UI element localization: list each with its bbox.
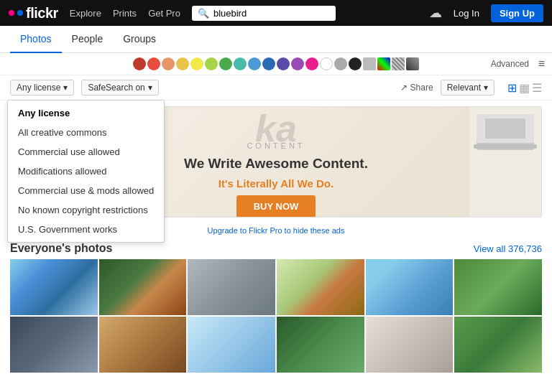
color-swatch-green[interactable] — [219, 57, 232, 70]
color-swatch-blue[interactable] — [262, 57, 275, 70]
view-icons: ⊞ ▦ ☰ — [507, 81, 542, 95]
photo-thumb-12[interactable] — [454, 317, 542, 373]
photo-thumb-2[interactable] — [99, 259, 187, 315]
ad-banner-right — [469, 107, 541, 217]
dropdown-item-any-license[interactable]: Any license — [8, 103, 164, 123]
tab-people[interactable]: People — [62, 26, 114, 53]
color-swatch-orange[interactable] — [176, 57, 189, 70]
relevant-sort-button[interactable]: Relevant ▾ — [441, 80, 494, 95]
nav-explore[interactable]: Explore — [70, 8, 101, 19]
view-all-link[interactable]: View all 376,736 — [474, 243, 542, 254]
photo-thumb-9[interactable] — [188, 317, 275, 373]
advanced-button[interactable]: Advanced — [491, 59, 529, 69]
justified-view-icon[interactable]: ▦ — [519, 81, 530, 95]
laptop-image — [477, 114, 534, 150]
photo-thumb-4[interactable] — [277, 259, 364, 315]
dropdown-item-us-government[interactable]: U.S. Government works — [8, 220, 164, 239]
color-swatch-gray[interactable] — [334, 57, 347, 70]
license-filter-button[interactable]: Any license ▾ — [10, 80, 74, 95]
color-swatch-yellow-green[interactable] — [205, 57, 218, 70]
photo-thumb-8[interactable] — [99, 317, 187, 373]
share-icon: ↗ — [400, 83, 408, 93]
color-swatch-gradient[interactable] — [406, 57, 419, 70]
logo: flickr — [9, 5, 58, 22]
license-caret-icon: ▾ — [63, 83, 68, 93]
ad-title: We Write Awesome Content. — [184, 156, 368, 172]
colors-bar: Advanced ≡ — [0, 53, 552, 75]
photos-grid — [10, 259, 542, 373]
ad-subtitle: It's Literally All We Do. — [218, 177, 334, 190]
ad-cta-button[interactable]: BUY NOW — [236, 195, 316, 218]
login-button[interactable]: Log In — [454, 8, 479, 19]
relevant-label: Relevant — [447, 83, 481, 93]
color-swatch-red[interactable] — [147, 57, 160, 70]
dropdown-item-no-copyright[interactable]: No known copyright restrictions — [8, 200, 164, 220]
ad-hide-text: to hide these ads — [282, 226, 345, 235]
photo-thumb-11[interactable] — [366, 317, 454, 373]
ad-upgrade-text: Upgrade to — [208, 226, 249, 235]
color-swatch-blue-light[interactable] — [248, 57, 261, 70]
color-swatch-gray-light[interactable] — [363, 57, 376, 70]
logo-dot-blue — [17, 10, 23, 16]
color-swatch-black[interactable] — [349, 57, 362, 70]
color-swatch-multi[interactable] — [377, 57, 390, 70]
search-bar: 🔍 — [192, 6, 336, 21]
share-button[interactable]: ↗ Share — [400, 83, 433, 93]
color-swatch-purple[interactable] — [277, 57, 290, 70]
grid-layout-icon[interactable]: ≡ — [538, 57, 545, 70]
tab-groups[interactable]: Groups — [113, 26, 166, 53]
list-view-icon[interactable]: ☰ — [532, 81, 542, 95]
filter-bar: Any license ▾ SafeSearch on ▾ ↗ Share Re… — [0, 75, 552, 101]
nav-get-pro[interactable]: Get Pro — [148, 8, 180, 19]
dropdown-item-modifications[interactable]: Modifications allowed — [8, 162, 164, 181]
signup-button[interactable]: Sign Up — [491, 4, 543, 22]
photo-thumb-1[interactable] — [10, 259, 98, 315]
color-swatch-salmon[interactable] — [162, 57, 175, 70]
color-swatch-white[interactable] — [320, 57, 333, 70]
section-header: Everyone's photos View all 376,736 — [10, 242, 542, 255]
license-filter-label: Any license — [17, 83, 60, 93]
ad-brand-subtitle: CONTENT — [247, 141, 305, 150]
logo-dot-pink — [9, 10, 14, 16]
photos-section: Everyone's photos View all 376,736 — [0, 239, 552, 373]
view-all-prefix: View all — [474, 243, 508, 254]
photo-thumb-3[interactable] — [188, 259, 275, 315]
search-icon: 🔍 — [198, 8, 209, 19]
subnav: Photos People Groups — [0, 26, 552, 53]
safesearch-filter-button[interactable]: SafeSearch on ▾ — [81, 80, 158, 95]
header: flickr Explore Prints Get Pro 🔍 ☁ Log In… — [0, 0, 552, 26]
tab-photos[interactable]: Photos — [10, 26, 62, 53]
dropdown-item-creative-commons[interactable]: All creative commons — [8, 123, 164, 142]
photo-thumb-10[interactable] — [277, 317, 364, 373]
photo-thumb-5[interactable] — [366, 259, 454, 315]
upload-cloud-icon[interactable]: ☁ — [429, 5, 442, 21]
dropdown-item-commercial-mods[interactable]: Commercial use & mods allowed — [8, 181, 164, 200]
relevant-caret-icon: ▾ — [484, 83, 488, 93]
view-all-count: 376,736 — [508, 243, 542, 254]
photo-thumb-7[interactable] — [10, 317, 98, 373]
color-swatch-red-dark[interactable] — [133, 57, 146, 70]
search-input[interactable] — [213, 8, 321, 19]
color-swatch-violet[interactable] — [291, 57, 304, 70]
grid-view-icon[interactable]: ⊞ — [507, 81, 517, 95]
nav-prints[interactable]: Prints — [113, 8, 137, 19]
ad-upgrade-link[interactable]: Flickr Pro — [249, 226, 282, 235]
license-dropdown: Any license All creative commons Commerc… — [7, 100, 165, 243]
dropdown-item-commercial-use[interactable]: Commercial use allowed — [8, 142, 164, 162]
share-label: Share — [410, 83, 433, 93]
color-swatch-teal[interactable] — [234, 57, 247, 70]
color-swatch-pattern[interactable] — [392, 57, 405, 70]
safesearch-caret-icon: ▾ — [148, 83, 152, 93]
color-swatch-yellow[interactable] — [190, 57, 203, 70]
logo-text: flickr — [26, 5, 58, 22]
safesearch-filter-label: SafeSearch on — [88, 83, 144, 93]
section-title: Everyone's photos — [10, 242, 113, 255]
photo-thumb-6[interactable] — [454, 259, 542, 315]
color-swatch-pink[interactable] — [305, 57, 318, 70]
